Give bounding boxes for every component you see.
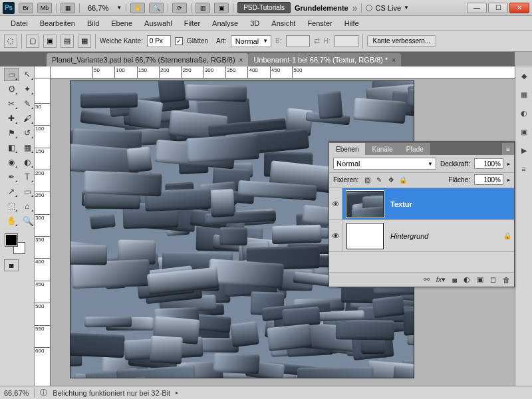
current-tool-icon[interactable]: ◌ bbox=[4, 35, 17, 48]
marquee-tool-icon[interactable]: ▭ bbox=[4, 68, 19, 81]
screenmode-button[interactable]: ▣ bbox=[214, 3, 229, 13]
eraser-tool-icon[interactable]: ◧ bbox=[4, 141, 19, 154]
fill-input[interactable]: 100% bbox=[474, 174, 503, 185]
minimize-button[interactable]: — bbox=[467, 3, 487, 13]
flyout-icon[interactable]: ▸ bbox=[176, 390, 178, 396]
opacity-input[interactable]: 100% bbox=[474, 158, 503, 169]
lock-position-icon[interactable]: ✥ bbox=[386, 175, 396, 184]
flyout-icon[interactable]: ▸ bbox=[507, 161, 510, 167]
heal-tool-icon[interactable]: ✚ bbox=[4, 112, 19, 125]
brush-tool-icon[interactable]: 🖌 bbox=[20, 112, 35, 125]
quickselect-tool-icon[interactable]: ✦ bbox=[20, 82, 35, 96]
rotate-button[interactable]: ⟳ bbox=[172, 3, 187, 13]
refine-edge-button[interactable]: Kante verbessern... bbox=[367, 35, 437, 47]
hand-button[interactable]: ✋ bbox=[130, 3, 145, 13]
document-tab-2[interactable]: Unbenannt-1 bei 66,7% (Textur, RGB/8) * … bbox=[248, 53, 401, 66]
menu-ansicht[interactable]: Ansicht bbox=[266, 18, 301, 29]
history-brush-tool-icon[interactable]: ↺ bbox=[20, 126, 35, 140]
tab-kanale[interactable]: Kanäle bbox=[365, 143, 399, 155]
color-swatches[interactable] bbox=[4, 233, 27, 255]
menu-datei[interactable]: Datei bbox=[5, 18, 33, 29]
dodge-tool-icon[interactable]: ◐ bbox=[20, 156, 35, 169]
cs-live-button[interactable]: CS Live ▼ bbox=[366, 4, 408, 12]
delete-layer-icon[interactable]: 🗑 bbox=[503, 276, 510, 284]
status-zoom[interactable]: 66,67% bbox=[4, 389, 29, 397]
lock-transparent-icon[interactable]: ▨ bbox=[362, 175, 372, 184]
actions-panel-icon[interactable]: ▶ bbox=[517, 144, 531, 157]
type-tool-icon[interactable]: T bbox=[20, 170, 35, 184]
arrange-button[interactable]: ▥ bbox=[196, 3, 210, 13]
group-icon[interactable]: ▣ bbox=[477, 275, 483, 284]
sel-add-icon[interactable]: ▣ bbox=[43, 35, 57, 48]
blur-tool-icon[interactable]: ◉ bbox=[4, 156, 19, 169]
link-layers-icon[interactable]: ⚯ bbox=[424, 275, 430, 284]
layer-fx-icon[interactable]: fx▾ bbox=[436, 275, 446, 284]
close-button[interactable]: ✕ bbox=[509, 3, 529, 13]
zoom-button[interactable]: 🔍 bbox=[149, 3, 164, 13]
ruler-origin[interactable] bbox=[35, 66, 51, 78]
move-tool-icon[interactable]: ↖ bbox=[20, 68, 35, 81]
tab-ebenen[interactable]: Ebenen bbox=[329, 143, 365, 155]
maximize-button[interactable]: ☐ bbox=[488, 3, 508, 13]
document-tab-1[interactable]: Planet_Variante3.psd bei 66,7% (Sternens… bbox=[47, 53, 248, 66]
style-select[interactable]: Normal▼ bbox=[231, 35, 271, 47]
layer-row-hintergrund[interactable]: 👁 Hintergrund 🔒 bbox=[329, 220, 514, 252]
quickmask-button[interactable]: ◙ bbox=[4, 259, 19, 271]
3d-tool-icon[interactable]: ⬚ bbox=[4, 200, 19, 213]
visibility-toggle-icon[interactable]: 👁 bbox=[329, 188, 342, 219]
visibility-toggle-icon[interactable]: 👁 bbox=[329, 220, 342, 251]
lock-all-icon[interactable]: 🔒 bbox=[398, 175, 408, 184]
zoom-level[interactable]: 66,7% bbox=[84, 4, 112, 12]
layer-thumbnail[interactable] bbox=[346, 223, 384, 249]
history-panel-icon[interactable]: ≡ bbox=[517, 162, 531, 176]
sel-sub-icon[interactable]: ▤ bbox=[61, 35, 74, 48]
crop-tool-icon[interactable]: ✂ bbox=[4, 97, 19, 110]
color-panel-icon[interactable]: ◆ bbox=[517, 69, 531, 82]
antialias-checkbox[interactable]: ✓ bbox=[175, 37, 183, 45]
styles-panel-icon[interactable]: ▣ bbox=[517, 125, 531, 138]
layer-mask-icon[interactable]: ◙ bbox=[452, 276, 457, 284]
blend-mode-select[interactable]: Normal ▼ bbox=[333, 158, 436, 170]
info-icon[interactable]: ⓘ bbox=[40, 388, 47, 398]
menu-3d[interactable]: 3D bbox=[245, 18, 265, 29]
close-icon[interactable]: × bbox=[392, 57, 396, 64]
menu-hilfe[interactable]: Hilfe bbox=[339, 18, 364, 29]
path-tool-icon[interactable]: ↗ bbox=[4, 185, 19, 198]
menu-bearbeiten[interactable]: Bearbeiten bbox=[35, 18, 80, 29]
3dcam-tool-icon[interactable]: ⌂ bbox=[20, 200, 35, 213]
close-icon[interactable]: × bbox=[239, 57, 243, 64]
workspace-switcher[interactable]: Grundelemente bbox=[295, 4, 348, 12]
flyout-icon[interactable]: ▸ bbox=[507, 177, 510, 183]
pen-tool-icon[interactable]: ✒ bbox=[4, 170, 19, 184]
sel-intersect-icon[interactable]: ▦ bbox=[78, 35, 91, 48]
bridge-button[interactable]: Br bbox=[19, 3, 33, 13]
adjustments-panel-icon[interactable]: ◐ bbox=[517, 106, 531, 120]
layer-thumbnail[interactable] bbox=[346, 191, 384, 217]
menu-filter[interactable]: Filter bbox=[179, 18, 205, 29]
layer-name[interactable]: Textur bbox=[388, 200, 514, 208]
layer-name[interactable]: Hintergrund bbox=[388, 232, 501, 240]
menu-bild[interactable]: Bild bbox=[82, 18, 104, 29]
gradient-tool-icon[interactable]: ▦ bbox=[20, 141, 35, 154]
menu-auswahl[interactable]: Auswahl bbox=[139, 18, 178, 29]
tab-pfade[interactable]: Pfade bbox=[400, 143, 430, 155]
chevron-down-icon[interactable]: ▼ bbox=[116, 5, 122, 11]
more-icon[interactable]: » bbox=[352, 3, 358, 13]
menu-fenster[interactable]: Fenster bbox=[302, 18, 337, 29]
psd-tutorials-button[interactable]: PSD-Tutorials bbox=[237, 2, 291, 13]
hand-tool-icon[interactable]: ✋ bbox=[4, 214, 19, 227]
lock-pixels-icon[interactable]: ✎ bbox=[374, 175, 384, 184]
ruler-horizontal[interactable]: 50100150200250300350400450500 bbox=[51, 66, 515, 78]
view-extras-button[interactable]: ▦ bbox=[61, 3, 75, 13]
shape-tool-icon[interactable]: ▭ bbox=[20, 185, 35, 198]
swatches-panel-icon[interactable]: ▦ bbox=[517, 88, 531, 101]
panel-menu-icon[interactable]: ≡ bbox=[502, 143, 514, 155]
menu-analyse[interactable]: Analyse bbox=[207, 18, 243, 29]
new-layer-icon[interactable]: ◻ bbox=[490, 275, 496, 284]
adjustment-layer-icon[interactable]: ◐ bbox=[464, 275, 470, 284]
stamp-tool-icon[interactable]: ⚑ bbox=[4, 126, 19, 140]
minibridge-button[interactable]: Mb bbox=[37, 3, 52, 13]
menu-ebene[interactable]: Ebene bbox=[106, 18, 138, 29]
foreground-swatch[interactable] bbox=[5, 234, 17, 246]
ruler-vertical[interactable]: 50100150200250300350400450500550600 bbox=[35, 78, 51, 386]
